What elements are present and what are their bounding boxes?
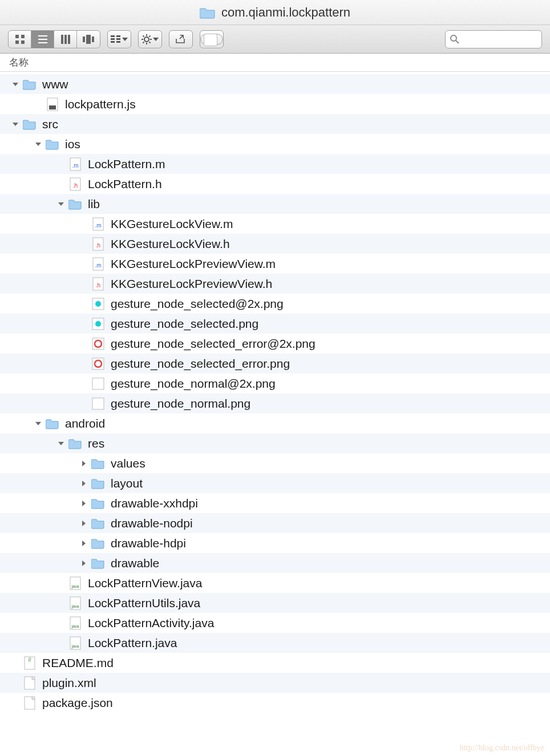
folder-icon: [67, 438, 83, 449]
svg-text:java: java: [71, 584, 79, 589]
folder-row[interactable]: values: [0, 453, 550, 473]
file-row[interactable]: .hKKGestureLockView.h: [0, 234, 550, 254]
arrange-button[interactable]: [108, 31, 131, 48]
folder-row[interactable]: drawable-nodpi: [0, 513, 550, 533]
file-icon: [45, 97, 60, 111]
search-field[interactable]: [445, 30, 542, 48]
search-input[interactable]: [463, 33, 537, 45]
svg-line-27: [149, 35, 151, 36]
svg-rect-14: [111, 38, 115, 40]
svg-rect-12: [92, 36, 94, 42]
svg-rect-7: [61, 35, 63, 44]
file-row[interactable]: javaLockPatternUtils.java: [0, 593, 550, 613]
item-label: lib: [88, 197, 100, 211]
folder-row[interactable]: android: [0, 413, 550, 433]
file-row[interactable]: gesture_node_normal@2x.png: [0, 373, 550, 393]
action-button-group[interactable]: [138, 30, 162, 48]
file-row[interactable]: javaLockPatternActivity.java: [0, 613, 550, 633]
disclosure-triangle[interactable]: [78, 540, 90, 547]
file-icon: [22, 676, 38, 690]
folder-row[interactable]: lib: [0, 194, 550, 214]
disclosure-triangle[interactable]: [9, 81, 22, 88]
folder-row[interactable]: drawable: [0, 553, 550, 573]
tags-button-group[interactable]: [200, 30, 224, 48]
list-view-button[interactable]: [31, 31, 54, 48]
disclosure-triangle[interactable]: [32, 420, 45, 427]
file-row[interactable]: .mKKGestureLockPreviewView.m: [0, 254, 550, 274]
svg-text:.m: .m: [95, 262, 101, 269]
file-row[interactable]: gesture_node_normal.png: [0, 393, 550, 413]
svg-line-26: [143, 42, 144, 43]
file-row[interactable]: package.json: [0, 693, 550, 713]
folder-row[interactable]: src: [0, 114, 550, 134]
edit-tags-button[interactable]: [200, 31, 223, 48]
file-icon: java: [67, 616, 83, 630]
disclosure-triangle[interactable]: [78, 480, 90, 487]
svg-rect-13: [111, 35, 115, 37]
share-button-group[interactable]: [169, 30, 193, 48]
svg-rect-3: [21, 40, 25, 44]
disclosure-triangle[interactable]: [78, 560, 90, 567]
window-title: com.qianmi.lockpattern: [221, 5, 350, 20]
file-row[interactable]: #README.md: [0, 653, 550, 673]
svg-rect-16: [116, 35, 120, 37]
item-label: LockPatternUtils.java: [88, 596, 200, 610]
file-row[interactable]: javaLockPatternView.java: [0, 573, 550, 593]
svg-text:.h: .h: [96, 282, 100, 288]
item-label: KKGestureLockView.m: [111, 217, 233, 231]
disclosure-triangle[interactable]: [32, 141, 45, 148]
folder-icon: [90, 458, 106, 469]
folder-row[interactable]: ios: [0, 134, 550, 154]
coverflow-view-button[interactable]: [77, 31, 100, 48]
folder-icon: [45, 418, 60, 429]
file-row[interactable]: gesture_node_selected_error.png: [0, 353, 550, 373]
svg-text:java: java: [71, 624, 79, 629]
disclosure-triangle[interactable]: [78, 460, 90, 467]
item-label: README.md: [42, 656, 114, 670]
svg-rect-1: [21, 35, 25, 38]
file-row[interactable]: gesture_node_selected.png: [0, 314, 550, 334]
file-row[interactable]: .hKKGestureLockPreviewView.h: [0, 274, 550, 294]
file-icon: java: [67, 576, 83, 590]
disclosure-triangle[interactable]: [55, 440, 67, 447]
file-row[interactable]: lockpattern.js: [0, 94, 550, 114]
search-icon: [450, 35, 459, 44]
folder-icon: [90, 478, 106, 489]
item-label: LockPatternActivity.java: [88, 616, 214, 630]
file-icon: .h: [90, 237, 106, 251]
item-label: KKGestureLockView.h: [111, 237, 230, 251]
file-row[interactable]: javaLockPattern.java: [0, 633, 550, 653]
column-view-button[interactable]: [54, 31, 77, 48]
item-label: ios: [65, 137, 80, 151]
arrange-button-group[interactable]: [107, 30, 131, 48]
share-button[interactable]: [169, 31, 192, 48]
file-row[interactable]: plugin.xml: [0, 673, 550, 693]
folder-row[interactable]: drawable-hdpi: [0, 533, 550, 553]
folder-icon: [90, 558, 106, 569]
folder-row[interactable]: layout: [0, 473, 550, 493]
icon-view-button[interactable]: [9, 31, 31, 48]
file-row[interactable]: .mLockPattern.m: [0, 154, 550, 174]
column-header[interactable]: 名称: [0, 54, 550, 72]
disclosure-triangle[interactable]: [78, 520, 90, 527]
file-row[interactable]: .hLockPattern.h: [0, 174, 550, 194]
action-button[interactable]: [139, 31, 161, 48]
disclosure-triangle[interactable]: [55, 201, 67, 208]
file-icon: .h: [67, 177, 83, 191]
toggle-icon: [200, 33, 223, 46]
svg-point-46: [95, 301, 101, 307]
folder-row[interactable]: res: [0, 433, 550, 453]
view-mode-segmented[interactable]: [8, 30, 100, 48]
item-label: gesture_node_selected_error.png: [111, 357, 290, 371]
disclosure-triangle[interactable]: [9, 121, 22, 128]
folder-row[interactable]: drawable-xxhdpi: [0, 493, 550, 513]
item-label: src: [42, 117, 58, 131]
column-name-header[interactable]: 名称: [9, 56, 29, 69]
folder-row[interactable]: www: [0, 74, 550, 94]
svg-text:.h: .h: [96, 242, 100, 249]
svg-line-30: [456, 40, 459, 43]
file-row[interactable]: .mKKGestureLockView.m: [0, 214, 550, 234]
disclosure-triangle[interactable]: [78, 500, 90, 507]
file-row[interactable]: gesture_node_selected_error@2x.png: [0, 334, 550, 353]
file-row[interactable]: gesture_node_selected@2x.png: [0, 294, 550, 314]
